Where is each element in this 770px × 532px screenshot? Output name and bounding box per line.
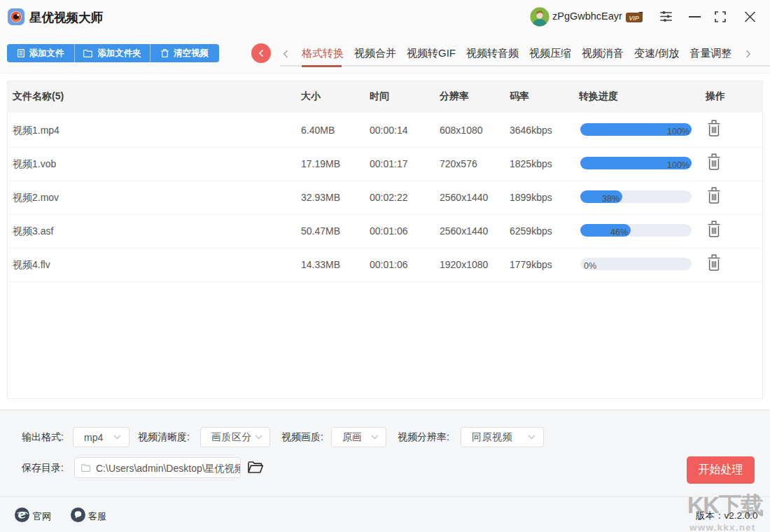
svg-text:VIP: VIP <box>629 15 640 22</box>
